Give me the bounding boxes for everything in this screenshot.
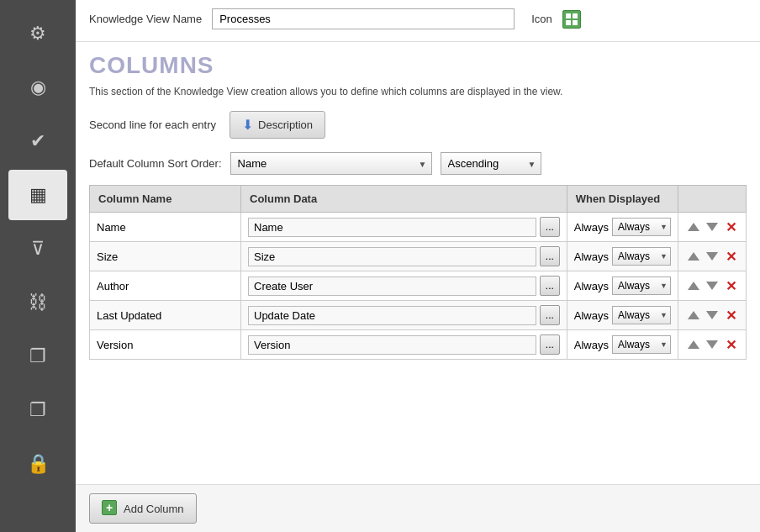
- second-line-label: Second line for each entry: [89, 119, 216, 131]
- col-data-input-3[interactable]: [248, 306, 536, 325]
- down-arrow-icon-4: [706, 340, 718, 349]
- svg-rect-3: [573, 20, 578, 25]
- columns-section: COLUMNS This section of the Knowledge Vi…: [76, 42, 760, 484]
- sort-select[interactable]: Name Size Author Last Updated Version: [230, 152, 432, 175]
- when-displayed-header: When Displayed: [567, 186, 678, 213]
- copy2-icon: ❐: [29, 399, 46, 421]
- move-down-button-3[interactable]: [704, 307, 720, 324]
- col-data-input-4[interactable]: [248, 335, 536, 355]
- plus-icon: +: [106, 502, 113, 514]
- sidebar-item-filter[interactable]: ⊽: [8, 224, 67, 274]
- col-data-inner-0: ...: [248, 217, 560, 237]
- svg-rect-2: [566, 20, 571, 25]
- ellipsis-button-2[interactable]: ...: [540, 276, 560, 296]
- sidebar-item-table-view[interactable]: ▦: [8, 170, 67, 220]
- col-data-cell-4: ...: [241, 330, 567, 360]
- section-title: COLUMNS: [89, 52, 747, 79]
- kv-name-row: Knowledge View Name Icon: [89, 8, 747, 29]
- sidebar-item-links[interactable]: ⛓: [8, 277, 67, 328]
- down-arrow-icon-2: [706, 282, 718, 290]
- when-disp-select-4[interactable]: Always Never Conditional: [612, 335, 671, 354]
- kv-name-label: Knowledge View Name: [89, 13, 202, 25]
- down-arrow-icon-1: [706, 252, 718, 261]
- description-button[interactable]: ⬇ Description: [230, 111, 325, 139]
- move-down-button-0[interactable]: [704, 219, 720, 235]
- when-disp-inner-4: Always Always Never Conditional: [574, 335, 671, 354]
- sidebar: ⚙ ◉ ✔ ▦ ⊽ ⛓ ❐ ❐ 🔒: [0, 0, 76, 532]
- col-data-cell-0: ...: [241, 213, 567, 242]
- sidebar-item-dashboard[interactable]: ◉: [8, 62, 67, 113]
- when-disp-value-1: Always: [574, 250, 609, 263]
- add-column-label: Add Column: [124, 503, 184, 515]
- when-disp-inner-3: Always Always Never Conditional: [574, 306, 671, 324]
- table-row: Name ... Always Always Never Conditional: [90, 213, 747, 242]
- sidebar-item-tasks[interactable]: ✔: [8, 116, 67, 166]
- ellipsis-button-3[interactable]: ...: [540, 305, 560, 325]
- when-disp-select-2[interactable]: Always Never Conditional: [612, 277, 671, 295]
- svg-rect-1: [573, 13, 578, 18]
- col-data-inner-2: ...: [248, 276, 560, 296]
- actions-inner-0: ✕: [685, 219, 739, 235]
- grid-icon-button[interactable]: [562, 10, 581, 29]
- col-data-header: Column Data: [241, 186, 567, 213]
- col-data-input-0[interactable]: [248, 218, 536, 237]
- up-arrow-icon-1: [688, 252, 699, 261]
- col-name-cell-3: Last Updated: [90, 301, 241, 330]
- check-icon: ✔: [30, 130, 45, 152]
- table-row: Last Updated ... Always Always Never Con…: [90, 301, 747, 330]
- add-column-button[interactable]: + Add Column: [89, 493, 197, 524]
- col-data-input-2[interactable]: [248, 277, 536, 296]
- actions-inner-3: ✕: [685, 307, 739, 324]
- arrow-down-icon: ⬇: [242, 117, 253, 133]
- table-icon: ▦: [29, 184, 47, 206]
- move-up-button-0[interactable]: [685, 219, 702, 235]
- col-name-cell-4: Version: [90, 330, 241, 360]
- when-disp-select-1[interactable]: Always Never Conditional: [612, 247, 671, 266]
- sidebar-item-lock[interactable]: 🔒: [8, 439, 67, 489]
- when-displayed-cell-0: Always Always Never Conditional: [567, 213, 678, 242]
- section-desc: This section of the Knowledge View creat…: [89, 86, 747, 97]
- when-disp-value-3: Always: [574, 309, 609, 322]
- delete-button-0[interactable]: ✕: [722, 219, 739, 235]
- sidebar-item-copy1[interactable]: ❐: [8, 331, 67, 382]
- svg-rect-0: [566, 13, 571, 18]
- move-up-button-2[interactable]: [685, 277, 702, 294]
- asc-select-wrapper: Ascending Descending: [441, 152, 541, 175]
- ellipsis-button-4[interactable]: ...: [540, 334, 560, 355]
- move-up-button-3[interactable]: [685, 307, 702, 324]
- move-up-button-4[interactable]: [685, 336, 702, 353]
- columns-table: Column Name Column Data When Displayed N…: [89, 185, 747, 360]
- actions-cell-2: ✕: [678, 271, 747, 301]
- ellipsis-button-1[interactable]: ...: [540, 246, 560, 266]
- ellipsis-button-0[interactable]: ...: [540, 217, 560, 237]
- sort-label: Default Column Sort Order:: [89, 157, 222, 170]
- gear-icon: ⚙: [29, 23, 46, 45]
- move-down-button-1[interactable]: [704, 248, 720, 265]
- icon-label: Icon: [531, 13, 552, 25]
- when-disp-select-3[interactable]: Always Never Conditional: [612, 306, 671, 324]
- delete-button-4[interactable]: ✕: [722, 336, 739, 353]
- col-name-header: Column Name: [90, 186, 241, 213]
- move-up-button-1[interactable]: [685, 248, 702, 265]
- delete-button-1[interactable]: ✕: [722, 248, 739, 265]
- when-disp-inner-0: Always Always Never Conditional: [574, 218, 671, 236]
- up-arrow-icon-0: [688, 223, 699, 231]
- delete-button-2[interactable]: ✕: [722, 277, 739, 294]
- actions-inner-4: ✕: [685, 336, 739, 353]
- move-down-button-4[interactable]: [704, 336, 720, 353]
- col-data-input-1[interactable]: [248, 247, 536, 266]
- when-disp-value-4: Always: [574, 339, 609, 351]
- col-data-inner-4: ...: [248, 334, 560, 355]
- kv-name-input[interactable]: [212, 8, 515, 29]
- when-disp-select-0[interactable]: Always Never Conditional: [612, 218, 671, 236]
- sidebar-item-copy2[interactable]: ❐: [8, 385, 67, 435]
- desc-button-label: Description: [258, 119, 313, 131]
- grid-base-icon: +: [102, 500, 117, 515]
- when-displayed-cell-4: Always Always Never Conditional: [567, 330, 678, 360]
- delete-button-3[interactable]: ✕: [722, 307, 739, 324]
- sidebar-item-settings[interactable]: ⚙: [8, 8, 67, 59]
- move-down-button-2[interactable]: [704, 277, 720, 294]
- link-icon: ⛓: [29, 292, 47, 313]
- order-select[interactable]: Ascending Descending: [441, 152, 541, 175]
- up-arrow-icon-3: [688, 311, 699, 319]
